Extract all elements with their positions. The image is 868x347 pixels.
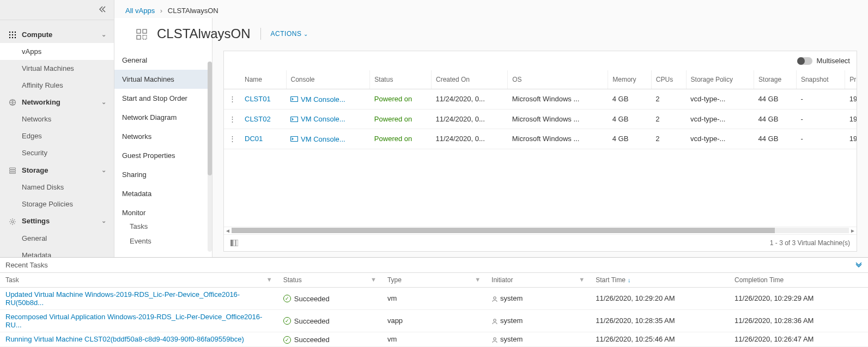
task-start-time: 11/26/2020, 10:25:46 AM — [590, 332, 729, 347]
chevron-down-icon: ⌄ — [304, 31, 308, 37]
multiselect-label: Multiselect — [817, 57, 850, 65]
vm-name-link[interactable]: CLST02 — [245, 115, 271, 123]
nav-item-networks[interactable]: Networks — [0, 111, 114, 127]
col-snapshot[interactable]: Snapshot — [796, 70, 845, 89]
nav-item-storage-policies[interactable]: Storage Policies — [0, 196, 114, 212]
vm-created: 11/24/2020, 0... — [431, 129, 507, 149]
col-name[interactable]: Name — [240, 70, 286, 89]
subnav-virtual-machines[interactable]: Virtual Machines — [114, 70, 212, 89]
row-actions-menu[interactable]: ⋮ — [224, 129, 240, 149]
svg-point-8 — [15, 37, 16, 38]
svg-point-0 — [9, 32, 10, 33]
success-icon: ✓ — [283, 317, 291, 325]
task-type: vapp — [382, 309, 486, 332]
nav-item-affinity-rules[interactable]: Affinity Rules — [0, 77, 114, 94]
svg-rect-10 — [10, 168, 16, 169]
nav-group-label: Networking — [22, 98, 60, 106]
svg-point-5 — [15, 34, 16, 35]
col-storage-policy[interactable]: Storage Policy — [686, 70, 754, 89]
table-footer-count: 1 - 3 of 3 Virtual Machine(s) — [770, 239, 850, 247]
vm-console-link[interactable]: VM Console... — [290, 95, 345, 104]
scroll-right-arrow[interactable]: ► — [849, 228, 857, 234]
subnav-start-stop-order[interactable]: Start and Stop Order — [114, 89, 212, 108]
subnav-networks[interactable]: Networks — [114, 127, 212, 146]
task-link[interactable]: Running Virtual Machine CLST02(bddf50a8-… — [5, 335, 244, 343]
vm-name-link[interactable]: DC01 — [245, 135, 263, 143]
col-status[interactable]: Status — [370, 70, 432, 89]
tasks-col-initiator[interactable]: Initiator▼ — [486, 272, 590, 287]
tasks-col-type[interactable]: Type▼ — [382, 272, 486, 287]
row-actions-menu[interactable]: ⋮ — [224, 109, 240, 129]
col-storage[interactable]: Storage — [754, 70, 797, 89]
breadcrumb-root-link[interactable]: All vApps — [125, 7, 155, 15]
svg-point-3 — [9, 34, 10, 35]
sidebar-collapse-button[interactable] — [99, 4, 106, 13]
console-icon — [290, 95, 298, 103]
nav-group-settings[interactable]: Settings ⌄ — [0, 212, 114, 230]
filter-icon[interactable]: ▼ — [371, 276, 377, 283]
compute-icon — [8, 30, 17, 39]
chevron-down-icon: ⌄ — [101, 99, 106, 106]
nav-group-label: Settings — [22, 217, 50, 225]
column-toggle-button[interactable] — [230, 239, 238, 247]
vm-name-link[interactable]: CLST01 — [245, 95, 271, 103]
col-os[interactable]: OS — [508, 70, 608, 89]
network-icon — [8, 98, 17, 107]
vm-cpus: 2 — [651, 129, 686, 149]
row-actions-menu[interactable]: ⋮ — [224, 89, 240, 109]
nav-item-general[interactable]: General — [0, 230, 114, 247]
filter-icon[interactable]: ▼ — [266, 276, 272, 283]
subnav-scrollbar[interactable] — [208, 62, 212, 252]
recent-tasks-panel: Recent Tasks Task▼ Status▼ Type▼ Initiat… — [0, 257, 868, 348]
tasks-expand-button[interactable] — [855, 261, 863, 269]
filter-icon[interactable]: ▼ — [475, 276, 481, 283]
col-memory[interactable]: Memory — [608, 70, 652, 89]
subnav-guest-properties[interactable]: Guest Properties — [114, 146, 212, 165]
subnav-tasks[interactable]: Tasks — [114, 219, 212, 234]
vm-status: Powered on — [374, 115, 412, 123]
filter-icon[interactable]: ▼ — [579, 276, 585, 283]
nav-item-metadata[interactable]: Metadata — [0, 247, 114, 257]
vm-ip: 192.168.2.2 — [845, 129, 857, 149]
vm-created: 11/24/2020, 0... — [431, 109, 507, 129]
task-link[interactable]: Recomposed Virtual Application Windows-2… — [5, 313, 262, 329]
subnav-events[interactable]: Events — [114, 234, 212, 248]
vm-snapshot: - — [796, 129, 845, 149]
secondary-nav: General Virtual Machines Start and Stop … — [114, 18, 213, 257]
col-created[interactable]: Created On — [431, 70, 507, 89]
subnav-network-diagram[interactable]: Network Diagram — [114, 108, 212, 127]
col-cpus[interactable]: CPUs — [651, 70, 686, 89]
breadcrumb-current: CLSTAlwaysON — [168, 7, 218, 15]
task-link[interactable]: Updated Virtual Machine Windows-2019-RDS… — [5, 290, 240, 307]
nav-item-vapps[interactable]: vApps — [0, 43, 114, 60]
subnav-general[interactable]: General — [114, 51, 212, 70]
nav-item-named-disks[interactable]: Named Disks — [0, 179, 114, 196]
nav-item-security[interactable]: Security — [0, 144, 114, 161]
actions-button[interactable]: ACTIONS ⌄ — [271, 30, 308, 38]
tasks-col-start[interactable]: Start Time↓ — [590, 272, 729, 287]
nav-group-compute[interactable]: Compute ⌄ — [0, 26, 114, 43]
vm-os: Microsoft Windows ... — [508, 129, 608, 149]
nav-group-label: Storage — [22, 166, 48, 174]
multiselect-toggle[interactable] — [797, 57, 812, 65]
vm-memory: 4 GB — [608, 89, 652, 109]
col-console[interactable]: Console — [286, 70, 370, 89]
sort-desc-icon: ↓ — [628, 277, 631, 283]
tasks-col-completion[interactable]: Completion Time — [729, 272, 868, 287]
task-initiator: system — [486, 287, 590, 309]
vm-console-link[interactable]: VM Console... — [290, 115, 345, 123]
nav-group-storage[interactable]: Storage ⌄ — [0, 161, 114, 179]
subnav-metadata[interactable]: Metadata — [114, 184, 212, 203]
svg-point-4 — [12, 34, 13, 35]
vm-console-link[interactable]: VM Console... — [290, 135, 345, 143]
scroll-left-arrow[interactable]: ◄ — [224, 228, 232, 234]
nav-item-edges[interactable]: Edges — [0, 127, 114, 144]
col-primary-ip[interactable]: Primary IP Address — [845, 70, 857, 89]
subnav-monitor-header: Monitor — [114, 203, 212, 219]
table-horizontal-scrollbar[interactable]: ◄ ► — [224, 227, 857, 234]
nav-item-virtual-machines[interactable]: Virtual Machines — [0, 60, 114, 77]
tasks-col-task[interactable]: Task▼ — [0, 272, 278, 287]
nav-group-networking[interactable]: Networking ⌄ — [0, 94, 114, 111]
tasks-col-status[interactable]: Status▼ — [278, 272, 382, 287]
subnav-sharing[interactable]: Sharing — [114, 165, 212, 184]
